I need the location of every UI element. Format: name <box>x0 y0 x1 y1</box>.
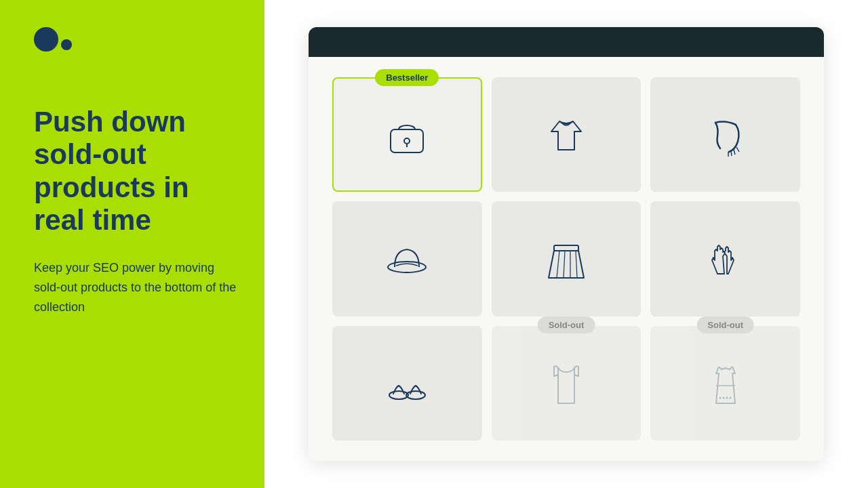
svg-point-18 <box>726 397 728 399</box>
logo-dot-small <box>61 39 72 50</box>
badge-soldout-2: Sold-out <box>696 317 754 333</box>
product-card-1[interactable]: Bestseller <box>332 77 482 192</box>
svg-point-17 <box>722 397 724 399</box>
logo-dot-large <box>34 27 58 52</box>
product-card-6[interactable] <box>650 201 800 316</box>
svg-line-9 <box>557 251 559 278</box>
svg-line-12 <box>576 251 577 278</box>
scarf-icon <box>698 108 753 162</box>
browser-mockup: Bestseller <box>309 27 824 461</box>
headline: Push down sold-out products in real time <box>34 106 237 237</box>
tanktop-icon <box>539 356 593 410</box>
svg-rect-8 <box>554 245 578 251</box>
svg-line-10 <box>564 251 565 278</box>
browser-content: Bestseller <box>309 57 824 461</box>
svg-point-1 <box>404 138 410 144</box>
right-panel: Bestseller <box>264 0 868 488</box>
product-card-5[interactable] <box>492 201 642 316</box>
logo <box>34 27 237 52</box>
svg-point-14 <box>406 391 425 399</box>
svg-point-16 <box>719 397 721 399</box>
browser-toolbar <box>309 27 824 57</box>
product-card-9[interactable]: Sold-out <box>650 326 800 441</box>
svg-line-4 <box>734 150 735 155</box>
svg-point-13 <box>389 391 408 399</box>
product-grid: Bestseller <box>332 77 800 441</box>
product-card-2[interactable] <box>492 77 642 192</box>
left-panel: Push down sold-out products in real time… <box>0 0 264 488</box>
badge-soldout-1: Sold-out <box>538 317 595 333</box>
subtext: Keep your SEO power by moving sold-out p… <box>34 258 237 317</box>
svg-line-5 <box>731 151 732 156</box>
sandals-icon <box>380 356 434 410</box>
product-card-8[interactable]: Sold-out <box>492 326 642 441</box>
dress-icon <box>698 356 753 410</box>
skirt-icon <box>539 232 593 286</box>
svg-line-3 <box>736 147 739 152</box>
svg-point-19 <box>729 397 731 399</box>
gloves-icon <box>698 232 753 286</box>
product-card-3[interactable] <box>650 77 800 192</box>
product-card-7[interactable] <box>332 326 482 441</box>
top-icon <box>539 108 593 162</box>
svg-rect-0 <box>391 129 423 152</box>
handbag-icon <box>380 108 434 162</box>
badge-bestseller: Bestseller <box>375 69 439 86</box>
hat-icon <box>380 232 434 286</box>
product-card-4[interactable] <box>332 201 482 316</box>
